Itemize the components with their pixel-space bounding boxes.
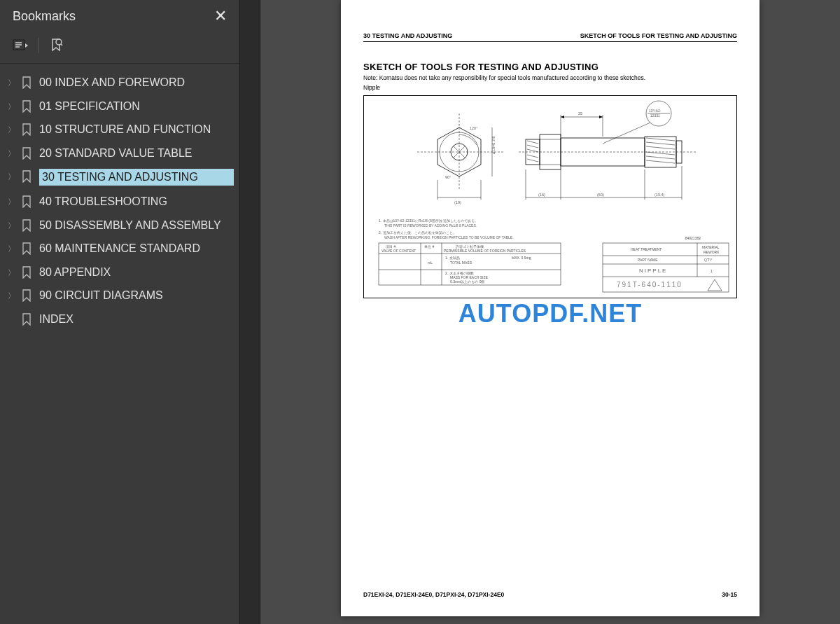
svg-marker-45	[599, 116, 603, 118]
svg-text:Q'TY: Q'TY	[704, 258, 713, 262]
bookmark-label: 90 CIRCUIT DIAGRAMS	[39, 288, 234, 303]
bookmarks-toolbar	[0, 31, 239, 64]
close-icon[interactable]: ✕	[214, 7, 227, 25]
svg-text:(19): (19)	[454, 200, 461, 204]
bookmark-label: 20 STANDARD VALUE TABLE	[39, 146, 234, 161]
page-header: 30 TESTING AND ADJUSTING SKETCH OF TOOLS…	[363, 32, 737, 42]
bookmark-icon	[20, 289, 34, 302]
bookmark-item-90-circuit[interactable]: 〉 90 CIRCUIT DIAGRAMS	[0, 284, 239, 307]
bookmark-item-20-standard-value[interactable]: 〉 20 STANDARD VALUE TABLE	[0, 141, 239, 165]
svg-text:84021382: 84021382	[685, 236, 701, 240]
svg-text:(16): (16)	[538, 193, 545, 197]
bookmark-icon	[20, 266, 34, 279]
footer-right: 30-15	[722, 591, 737, 598]
svg-text:PERMISSIBLE VOLUME OF FOREIGN : PERMISSIBLE VOLUME OF FOREIGN PARTICLES	[444, 249, 526, 253]
note-text: Note: Komatsu does not take any responsi…	[363, 74, 737, 81]
bookmark-icon	[20, 147, 34, 160]
svg-text:WASH AFTER REWORKING. FOREIGN : WASH AFTER REWORKING. FOREIGN PARTICLES …	[384, 235, 514, 240]
chevron-right-icon[interactable]: 〉	[6, 221, 17, 231]
svg-line-35	[646, 142, 675, 145]
bookmarks-panel: Bookmarks ✕ 〉 00 INDEX AND FOREWORD 〉 01…	[0, 0, 239, 624]
bookmark-label: 00 INDEX AND FOREWORD	[39, 75, 234, 90]
page-body: SKETCH OF TOOLS FOR TESTING AND ADJUSTIN…	[363, 62, 737, 298]
svg-text:1. 本品は13Y-62-12331にRc1/8 (8箇所): 1. 本品は13Y-62-12331にRc1/8 (8箇所)を追加したものである…	[379, 219, 478, 223]
header-right: SKETCH OF TOOLS FOR TESTING AND ADJUSTIN…	[580, 32, 737, 39]
bookmark-item-30-testing[interactable]: 〉 30 TESTING AND ADJUSTING	[0, 165, 239, 190]
bookmark-item-60-maintenance[interactable]: 〉 60 MAINTENANCE STANDARD	[0, 237, 239, 261]
bookmark-item-01-specification[interactable]: 〉 01 SPECIFICATION	[0, 95, 239, 118]
svg-text:120°: 120°	[470, 126, 477, 130]
svg-text:THIS PART IS REWORKED BY ADDIN: THIS PART IS REWORKED BY ADDING Rc1/8 8 …	[384, 223, 477, 228]
svg-text:13Y-62-: 13Y-62-	[649, 109, 662, 113]
bookmarks-title: Bookmarks	[13, 9, 76, 24]
bookmark-icon	[20, 76, 34, 89]
page-footer: D71EXI-24, D71EXI-24E0, D71PXI-24, D71PX…	[363, 591, 737, 598]
svg-text:90°: 90°	[445, 175, 451, 179]
svg-line-24	[527, 141, 538, 144]
bookmark-icon	[20, 313, 34, 326]
svg-text:1: 1	[710, 269, 713, 273]
svg-text:⌀19×0.7/8: ⌀19×0.7/8	[491, 136, 496, 154]
bookmark-label: 30 TESTING AND ADJUSTING	[39, 169, 234, 186]
bookmark-label: 10 STRUCTURE AND FUNCTION	[39, 122, 234, 137]
svg-point-5	[56, 39, 62, 45]
technical-drawing: 120° 90° ⌀19×0.7/8 (19)	[363, 95, 737, 298]
watermark-text: AUTOPDF.NET	[458, 298, 642, 328]
bookmark-label: 40 TROUBLESHOOTING	[39, 194, 234, 209]
svg-line-48	[603, 123, 650, 144]
footer-left: D71EXI-24, D71EXI-24E0, D71PXI-24, D71PX…	[363, 591, 504, 598]
chevron-right-icon[interactable]: 〉	[6, 148, 17, 159]
document-viewport[interactable]: AUTOPDF.NET 30 TESTING AND ADJUSTING SKE…	[260, 0, 840, 624]
bookmarks-list: 〉 00 INDEX AND FOREWORD 〉 01 SPECIFICATI…	[0, 64, 239, 624]
options-icon[interactable]	[10, 35, 31, 56]
toolbar-divider	[38, 38, 38, 53]
svg-text:MATERIAL: MATERIAL	[702, 245, 720, 249]
svg-marker-4	[25, 43, 28, 48]
chevron-right-icon[interactable]: 〉	[6, 268, 17, 278]
svg-line-37	[646, 152, 675, 155]
svg-text:単位 #: 単位 #	[424, 244, 434, 249]
find-bookmark-icon[interactable]	[46, 35, 66, 56]
chevron-right-icon[interactable]: 〉	[6, 172, 17, 182]
bookmark-item-10-structure[interactable]: 〉 10 STRUCTURE AND FUNCTION	[0, 118, 239, 141]
svg-line-34	[646, 138, 675, 141]
chevron-right-icon[interactable]: 〉	[6, 291, 17, 301]
bookmark-icon	[20, 100, 34, 113]
svg-text:791T-640-1110: 791T-640-1110	[617, 281, 682, 289]
chevron-right-icon[interactable]: 〉	[6, 244, 17, 254]
bookmark-icon	[20, 219, 34, 232]
bookmark-label: 60 MAINTENANCE STANDARD	[39, 241, 234, 256]
svg-text:PART NAME: PART NAME	[638, 258, 658, 262]
chevron-right-icon[interactable]: 〉	[6, 102, 17, 112]
svg-line-25	[527, 145, 538, 148]
svg-line-6	[61, 44, 62, 46]
chevron-right-icon[interactable]: 〉	[6, 197, 17, 207]
bookmark-icon	[20, 170, 34, 183]
svg-text:1. 全製品: 1. 全製品	[445, 256, 460, 260]
bookmark-item-50-disassembly[interactable]: 〉 50 DISASSEMBLY AND ASSEMBLY	[0, 214, 239, 237]
svg-line-38	[646, 156, 675, 159]
bookmark-icon	[20, 195, 34, 208]
bookmark-icon	[20, 242, 34, 255]
chevron-right-icon[interactable]: 〉	[6, 125, 17, 135]
svg-text:VALVE OF CONTENT: VALVE OF CONTENT	[382, 249, 416, 253]
svg-text:HEAT TREATMENT: HEAT TREATMENT	[631, 247, 662, 251]
bookmarks-header: Bookmarks ✕	[0, 0, 239, 31]
section-title: SKETCH OF TOOLS FOR TESTING AND ADJUSTIN…	[363, 62, 737, 72]
svg-text:0.3mm以上のもの  0個: 0.3mm以上のもの 0個	[450, 279, 484, 284]
header-left: 30 TESTING AND ADJUSTING	[363, 32, 452, 39]
bookmark-item-80-appendix[interactable]: 〉 80 APPENDIX	[0, 261, 239, 284]
svg-line-26	[527, 149, 538, 152]
bookmark-label: 01 SPECIFICATION	[39, 99, 234, 114]
svg-marker-95	[708, 279, 722, 291]
bookmark-label: 80 APPENDIX	[39, 265, 234, 280]
svg-text:2. 追加工を終えた後、この品の粒を確認のこと。: 2. 追加工を終えた後、この品の粒を確認のこと。	[379, 230, 456, 235]
bookmark-item-index[interactable]: 〉 INDEX	[0, 307, 239, 331]
bookmark-item-40-troubleshooting[interactable]: 〉 40 TROUBLESHOOTING	[0, 190, 239, 214]
svg-line-39	[646, 160, 675, 163]
svg-text:MAX. 0.5mg: MAX. 0.5mg	[512, 256, 531, 260]
chevron-right-icon[interactable]: 〉	[6, 78, 17, 88]
bookmark-item-00-index[interactable]: 〉 00 INDEX AND FOREWORD	[0, 71, 239, 95]
bookmark-label: INDEX	[39, 312, 234, 327]
svg-line-28	[527, 159, 538, 162]
